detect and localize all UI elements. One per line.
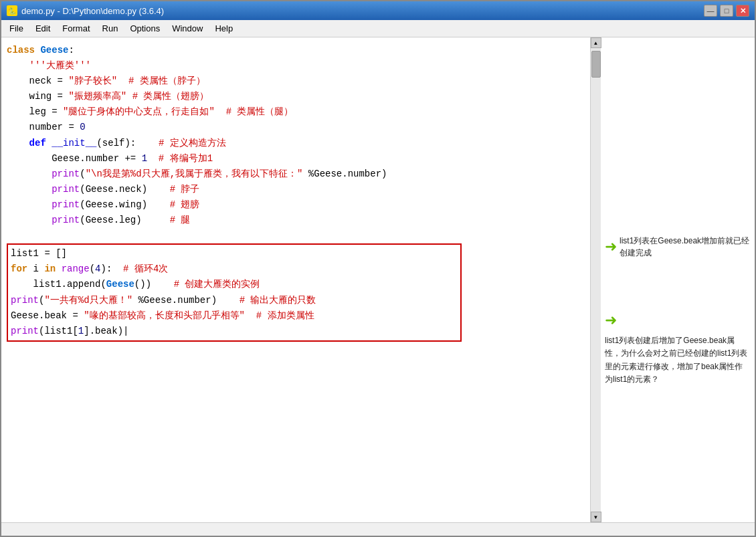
menu-file[interactable]: File [4,22,29,35]
code-line-17: print("一共有%d只大雁！" %Geese.number) # 输出大雁的… [11,293,458,308]
title-bar-controls[interactable]: — □ ✕ [704,5,749,17]
code-line-12: print(Geese.leg) # 腿 [7,213,587,228]
code-line-9: print("\n我是第%d只大雁,我属于雁类，我有以下特征：" %Geese.… [7,167,587,182]
code-line-6: number = 0 [7,120,587,135]
code-line-14: list1 = [] [11,246,458,261]
code-line-10: print(Geese.neck) # 脖子 [7,182,587,197]
menu-format[interactable]: Format [57,22,95,35]
green-arrow-2-icon: ➜ [605,308,617,332]
title-bar: 🐍 demo.py - D:\Python\demo.py (3.6.4) — … [1,1,755,20]
annotation-item-2: ➜ list1列表创建后增加了Geese.beak属性，为什么会对之前已经创建的… [605,308,751,386]
scrollbar[interactable]: ▲ ▼ [590,37,601,522]
code-line-4: wing = "振翅频率高" # 类属性（翅膀） [7,89,587,104]
scroll-up-button[interactable]: ▲ [591,37,601,48]
code-line-3: neck = "脖子较长" # 类属性（脖子） [7,74,587,89]
maximize-button[interactable]: □ [720,5,733,17]
code-line-5: leg = "腿位于身体的中心支点，行走自如" # 类属性（腿） [7,104,587,120]
code-line-1: class Geese: [7,43,587,58]
title-bar-left: 🐍 demo.py - D:\Python\demo.py (3.6.4) [7,5,164,16]
menu-bar: File Edit Format Run Options Window Help [1,20,755,37]
arrow-2-line: ➜ [605,308,751,332]
code-line-15: for i in range(4): # 循环4次 [11,261,458,277]
main-window: 🐍 demo.py - D:\Python\demo.py (3.6.4) — … [0,0,756,537]
status-bar [1,522,755,536]
scroll-down-button[interactable]: ▼ [591,512,601,522]
code-line-11: print(Geese.wing) # 翅膀 [7,197,587,213]
code-line-8: Geese.number += 1 # 将编号加1 [7,151,587,167]
code-line-16: list1.append(Geese()) # 创建大雁类的实例 [11,277,458,292]
annotation-item-1: ➜ list1列表在Geese.beak增加前就已经创建完成 [605,235,751,261]
menu-options[interactable]: Options [124,22,165,35]
side-annotations-panel: ➜ list1列表在Geese.beak增加前就已经创建完成 ➜ list1列表… [601,37,755,522]
window-title: demo.py - D:\Python\demo.py (3.6.4) [21,6,164,16]
scroll-thumb[interactable] [591,51,601,78]
code-wrapper: class Geese: '''大雁类''' neck = "脖子较长" # 类… [1,37,590,522]
code-line-19: print(list1[1].beak)| [11,324,458,339]
close-button[interactable]: ✕ [736,5,749,17]
editor-outer: class Geese: '''大雁类''' neck = "脖子较长" # 类… [1,37,755,522]
green-arrow-1-icon: ➜ [605,235,617,258]
app-icon: 🐍 [7,5,17,16]
minimize-button[interactable]: — [704,5,717,17]
highlighted-code-section: list1 = [] for i in range(4): # 循环4次 lis… [7,243,462,342]
arrow-1-line: ➜ list1列表在Geese.beak增加前就已经创建完成 [605,235,751,259]
annotation-1-text: list1列表在Geese.beak增加前就已经创建完成 [620,235,751,259]
menu-run[interactable]: Run [97,22,124,35]
code-line-13 [7,228,587,243]
menu-window[interactable]: Window [167,22,208,35]
code-line-7: def __init__(self): # 定义构造方法 [7,136,587,151]
code-line-18: Geese.beak = "喙的基部较高，长度和头部几乎相等" # 添加类属性 [11,308,458,324]
code-line-2: '''大雁类''' [7,58,587,74]
code-editor[interactable]: class Geese: '''大雁类''' neck = "脖子较长" # 类… [1,37,590,522]
menu-help[interactable]: Help [209,22,238,35]
annotation-2-text: list1列表创建后增加了Geese.beak属性，为什么会对之前已经创建的li… [605,334,751,386]
menu-edit[interactable]: Edit [30,22,56,35]
